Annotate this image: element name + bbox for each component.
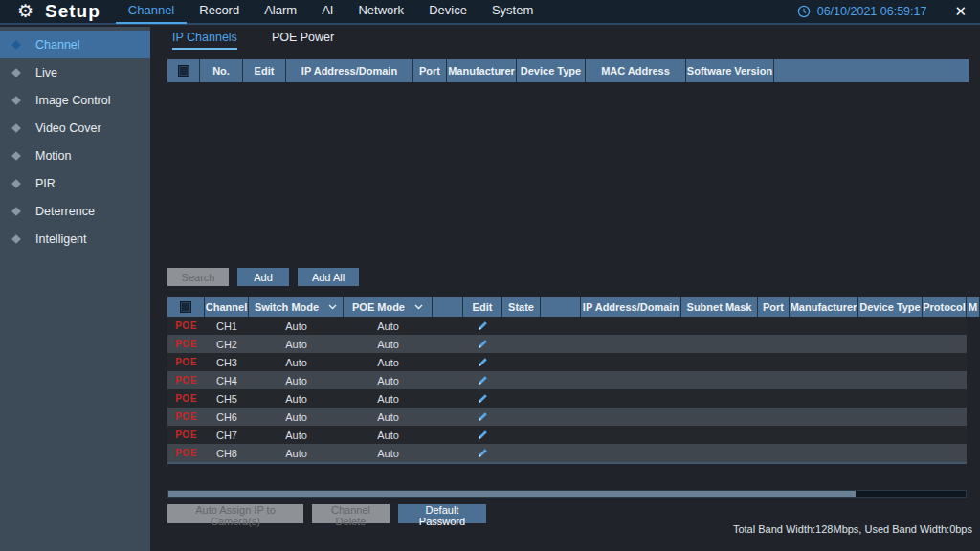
column-header-port: Port — [413, 59, 447, 82]
default-password-button[interactable]: Default Password — [398, 504, 486, 523]
channel-row-ch2[interactable]: POECH2AutoAuto — [167, 335, 967, 353]
sidebar-item-intelligent[interactable]: Intelligent — [0, 225, 150, 253]
channel-table-body: POECH1AutoAutoPOECH2AutoAutoPOECH3AutoAu… — [167, 317, 967, 462]
nvr-setup-window: ⚙ Setup ChannelRecordAlarmAINetworkDevic… — [0, 0, 980, 551]
cell — [681, 317, 758, 335]
cell — [758, 371, 790, 389]
column-label: Port — [763, 301, 784, 313]
column-header-empty — [774, 59, 969, 82]
cell — [433, 444, 463, 462]
column-label: Edit — [473, 301, 493, 313]
sidebar-item-channel[interactable]: Channel — [0, 31, 150, 58]
channel-row-ch8[interactable]: POECH8AutoAuto — [167, 444, 967, 462]
cell — [858, 371, 923, 389]
channel-name: CH1 — [205, 317, 249, 335]
edit-pencil-icon[interactable] — [477, 374, 489, 386]
cell — [790, 426, 858, 444]
cell — [758, 426, 790, 444]
sidebar-item-live[interactable]: Live — [0, 58, 150, 86]
column-label: Device Type — [521, 65, 581, 77]
poe-tag: POE — [167, 426, 205, 444]
search-button[interactable]: Search — [167, 268, 229, 286]
cell — [581, 335, 681, 353]
column-label: IP Address/Domain — [301, 65, 397, 77]
cell — [758, 444, 790, 462]
cell — [923, 335, 967, 353]
menu-system[interactable]: System — [479, 0, 546, 24]
menu-record[interactable]: Record — [187, 0, 252, 24]
cell — [923, 317, 967, 335]
edit-pencil-icon[interactable] — [477, 447, 489, 459]
edit-cell — [463, 426, 502, 444]
cell — [923, 353, 967, 371]
sidebar-item-motion[interactable]: Motion — [0, 142, 150, 169]
select-all-cell — [167, 59, 200, 82]
poe-mode-value: Auto — [344, 408, 433, 426]
cell — [541, 389, 581, 408]
sidebar-item-image-control[interactable]: Image Control — [0, 86, 150, 114]
topbar-right: 06/10/2021 06:59:17 ✕ — [797, 3, 970, 20]
cell — [758, 408, 790, 426]
column-header-no: No. — [200, 59, 243, 82]
cell — [433, 317, 463, 335]
cell — [433, 408, 463, 426]
sidebar-item-label: Live — [35, 66, 57, 79]
cell — [758, 389, 790, 408]
diamond-icon — [11, 179, 21, 188]
sidebar-item-deterrence[interactable]: Deterrence — [0, 197, 150, 225]
column-header-device-type: Device Type — [517, 59, 586, 82]
edit-pencil-icon[interactable] — [477, 338, 489, 350]
search-actions: Search Add Add All — [167, 268, 359, 286]
column-label: Edit — [255, 65, 275, 77]
column-label: Port — [419, 65, 440, 77]
horizontal-scrollbar[interactable] — [167, 490, 967, 498]
sidebar-item-pir[interactable]: PIR — [0, 169, 150, 197]
channel-row-ch7[interactable]: POECH7AutoAuto — [167, 426, 967, 444]
poe-mode-value: Auto — [344, 444, 433, 462]
sidebar-item-video-cover[interactable]: Video Cover — [0, 114, 150, 142]
edit-pencil-icon[interactable] — [477, 320, 489, 332]
channel-row-ch6[interactable]: POECH6AutoAuto — [167, 408, 967, 426]
add-button[interactable]: Add — [237, 268, 289, 286]
channel-table-header: ChannelSwitch ModePOE ModeEditStateIP Ad… — [167, 297, 980, 317]
cell — [541, 371, 581, 389]
channel-row-ch4[interactable]: POECH4AutoAuto — [167, 371, 967, 389]
edit-pencil-icon[interactable] — [477, 429, 489, 441]
select-all-checkbox[interactable] — [178, 65, 189, 77]
cell — [541, 353, 581, 371]
menu-alarm[interactable]: Alarm — [252, 0, 309, 24]
column-header-ip-address-domain: IP Address/Domain — [581, 297, 681, 317]
channel-row-ch3[interactable]: POECH3AutoAuto — [167, 353, 967, 371]
select-all-checkbox[interactable] — [180, 301, 191, 313]
cell — [581, 353, 681, 371]
channel-delete-button[interactable]: Channel Delete — [312, 504, 390, 523]
menu-ai[interactable]: AI — [309, 0, 345, 24]
edit-pencil-icon[interactable] — [477, 392, 489, 405]
chevron-down-icon[interactable] — [414, 304, 423, 310]
menu-device[interactable]: Device — [416, 0, 479, 24]
cell — [790, 371, 858, 389]
chevron-down-icon[interactable] — [328, 304, 337, 310]
top-bar: ⚙ Setup ChannelRecordAlarmAINetworkDevic… — [0, 0, 980, 25]
menu-channel[interactable]: Channel — [116, 0, 187, 24]
close-icon[interactable]: ✕ — [954, 3, 967, 20]
diamond-icon — [11, 123, 21, 133]
scrollbar-thumb[interactable] — [168, 491, 856, 497]
channel-row-ch1[interactable]: POECH1AutoAuto — [167, 317, 967, 335]
edit-pencil-icon[interactable] — [477, 356, 489, 368]
auto-assign-ip-button[interactable]: Auto Assign IP to Camera(s) — [167, 504, 303, 523]
column-header-manufacturer: Manufacturer — [447, 59, 517, 82]
cell — [923, 371, 967, 389]
edit-pencil-icon[interactable] — [477, 410, 489, 423]
menu-network[interactable]: Network — [345, 0, 416, 24]
channel-row-ch5[interactable]: POECH5AutoAuto — [167, 389, 967, 408]
tab-poe-power[interactable]: POE Power — [272, 27, 334, 50]
edit-cell — [463, 389, 502, 408]
cell — [502, 335, 541, 353]
add-all-button[interactable]: Add All — [298, 268, 359, 286]
poe-tag: POE — [167, 371, 205, 389]
column-header-edit: Edit — [463, 297, 502, 317]
tab-ip-channels[interactable]: IP Channels — [172, 27, 237, 50]
clock-icon — [797, 5, 811, 18]
cell — [502, 371, 541, 389]
